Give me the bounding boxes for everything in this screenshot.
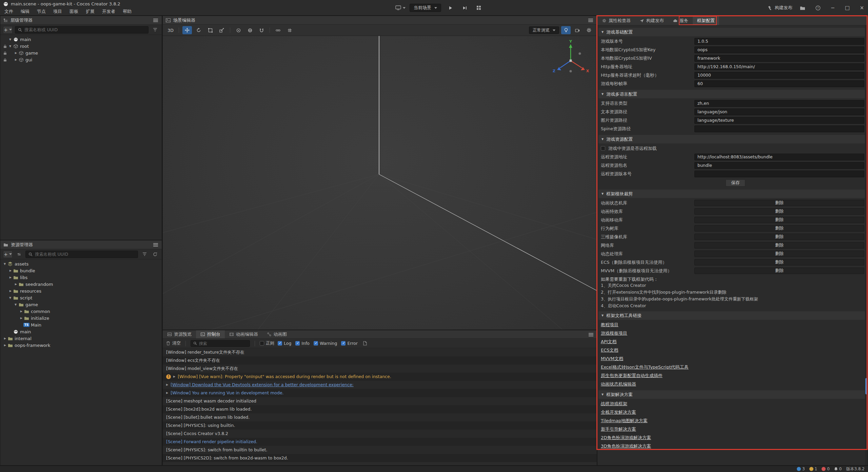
expand-arrow-icon[interactable]: ▼	[13, 303, 18, 306]
asset-node[interactable]: ▼ TS main	[0, 328, 162, 335]
section-solutions[interactable]: ▼框架解决方案	[598, 390, 867, 399]
delete-module-button[interactable]: 删除	[694, 208, 864, 215]
console-tab[interactable]: 动画编辑器	[225, 330, 262, 338]
asset-node[interactable]: ▼ TS internal	[0, 335, 162, 342]
solution-link[interactable]: 战棋游戏框架	[597, 399, 868, 408]
log-row[interactable]: ! ▶ [Window] model_view文件夹不存在	[163, 365, 597, 373]
asset-node[interactable]: ▼ TS initialize	[0, 315, 162, 321]
doc-link[interactable]: 教程项目	[597, 320, 868, 329]
solution-link[interactable]: Tiledmap地图解决方案	[597, 416, 868, 425]
log-row[interactable]: ! ▶ [Scene] [box2d]:box2d wasm lib loade…	[163, 405, 597, 413]
field-input[interactable]	[694, 162, 864, 169]
field-input[interactable]	[694, 100, 864, 107]
doc-link[interactable]: MVVM文档	[597, 354, 868, 363]
scrollbar-thumb[interactable]	[865, 378, 867, 394]
asset-node[interactable]: ▼ TS Main	[0, 321, 162, 328]
inspector-tab[interactable]: 构建发布	[635, 16, 668, 25]
warning-count[interactable]: 1	[809, 467, 817, 471]
menu-item[interactable]: 项目	[50, 8, 66, 15]
field-input[interactable]	[694, 38, 864, 45]
maximize-button[interactable]: □	[843, 3, 852, 13]
error-count[interactable]: 0	[822, 467, 830, 471]
assets-search[interactable]	[25, 251, 138, 258]
asset-node[interactable]: ▼ TS game	[0, 301, 162, 308]
doc-link[interactable]: 游戏模板项目	[597, 329, 868, 337]
hierarchy-node[interactable]: ▼ game	[0, 50, 162, 56]
console-search-input[interactable]	[199, 341, 247, 346]
delete-module-button[interactable]: 删除	[694, 268, 864, 274]
console-menu-button[interactable]	[588, 332, 594, 337]
section-basic-config[interactable]: ▼游戏基础配置	[598, 28, 867, 36]
log-row[interactable]: ! ▶ [Scene] [PHYSICS2D]: switch from box…	[163, 454, 597, 462]
log-row[interactable]: ! ▶ [Scene] Cocos Creator v3.8.2	[163, 430, 597, 438]
field-input[interactable]	[694, 80, 864, 87]
assets-search-input[interactable]	[35, 252, 135, 257]
expand-arrow-icon[interactable]: ▼	[20, 316, 23, 320]
asset-node[interactable]: ▼ TS script	[0, 294, 162, 301]
doc-link[interactable]: ECS文档	[597, 346, 868, 354]
clear-console-button[interactable]: 清空	[166, 340, 181, 346]
log-filter-checkbox[interactable]: Error	[341, 341, 357, 346]
delete-module-button[interactable]: 删除	[694, 259, 864, 266]
gizmo-settings-button[interactable]	[285, 26, 294, 34]
expand-arrow-icon[interactable]: ▼	[14, 51, 17, 55]
menu-item[interactable]: 帮助	[119, 8, 135, 15]
scene-select-dropdown[interactable]: 当前场景	[410, 4, 441, 12]
coordinate-toggle-button[interactable]	[245, 26, 255, 34]
rect-tool-button[interactable]	[205, 26, 215, 34]
hierarchy-node[interactable]: ▼ gui	[0, 56, 162, 63]
lighting-toggle-button[interactable]	[561, 26, 571, 34]
expand-arrow-icon[interactable]: ▼	[9, 289, 12, 293]
solution-link[interactable]: 全栈开发解决方案	[597, 408, 868, 416]
delete-module-button[interactable]: 删除	[694, 225, 864, 232]
solution-link[interactable]: 2D角色扮演游戏解决方案	[597, 433, 868, 442]
field-input[interactable]	[694, 63, 864, 70]
section-language-config[interactable]: ▼游戏多语言配置	[598, 90, 867, 98]
panel-menu-button[interactable]	[153, 242, 159, 248]
delete-module-button[interactable]: 删除	[694, 242, 864, 249]
expand-arrow-icon[interactable]: ▼	[2, 262, 7, 266]
camera-settings-button[interactable]	[573, 26, 582, 34]
delete-module-button[interactable]: 删除	[694, 217, 864, 223]
field-input[interactable]	[694, 154, 864, 160]
asset-node[interactable]: ▼ TS bundle	[0, 267, 162, 274]
section-module-trim[interactable]: ▼框架模块裁剪	[598, 190, 867, 198]
add-node-button[interactable]: +	[3, 26, 13, 34]
delete-module-button[interactable]: 删除	[694, 200, 864, 206]
add-asset-button[interactable]: +	[3, 251, 13, 258]
expand-arrow-icon[interactable]: ▼	[20, 309, 23, 314]
expand-arrow-icon[interactable]: ▼	[9, 275, 12, 280]
open-project-folder-button[interactable]	[797, 3, 808, 12]
export-log-button[interactable]	[361, 340, 369, 347]
solution-link[interactable]: 新手引导解决方案	[597, 425, 868, 433]
field-input[interactable]	[694, 72, 864, 79]
console-tab[interactable]: 控制台	[196, 330, 225, 338]
dimension-toggle-button[interactable]: 3D	[166, 26, 175, 34]
scale-tool-button[interactable]	[217, 26, 226, 34]
delete-module-button[interactable]: 删除	[694, 234, 864, 240]
asset-node[interactable]: ▼ TS oops-framework	[0, 342, 162, 349]
menu-item[interactable]: 开发者	[98, 8, 119, 15]
inspector-tab[interactable]: 框架配置	[693, 16, 719, 25]
field-input[interactable]	[694, 109, 864, 115]
regex-checkbox[interactable]: 正则	[260, 340, 274, 346]
view-mode-dropdown[interactable]: 正常浏览	[529, 26, 559, 34]
scene-settings-button[interactable]	[584, 26, 594, 34]
rotate-tool-button[interactable]	[194, 26, 203, 34]
save-button[interactable]: 保存	[726, 179, 745, 186]
expand-arrow-icon[interactable]: ▼	[14, 282, 17, 287]
remote-load-checkbox[interactable]	[601, 146, 605, 151]
doc-link[interactable]: API文档	[597, 337, 868, 346]
log-row[interactable]: ! ▶ [Scene] [bullet]:bullet wasm lib loa…	[163, 413, 597, 421]
doc-link[interactable]: Excel格式转Json文件与TypeScript代码工具	[597, 363, 868, 371]
notification-count[interactable]: 0	[834, 467, 842, 471]
asset-node[interactable]: ▼ TS common	[0, 308, 162, 315]
log-filter-checkbox[interactable]: Warning	[314, 341, 337, 346]
delete-module-button[interactable]: 删除	[694, 251, 864, 257]
asset-node[interactable]: ▼ TS resources	[0, 288, 162, 294]
minimize-button[interactable]: −	[828, 3, 837, 13]
hierarchy-node[interactable]: ▼ main	[0, 36, 162, 43]
section-doc-links[interactable]: ▼框架文档工具链接	[598, 311, 867, 320]
sort-button[interactable]	[15, 251, 23, 258]
field-input[interactable]	[694, 46, 864, 53]
